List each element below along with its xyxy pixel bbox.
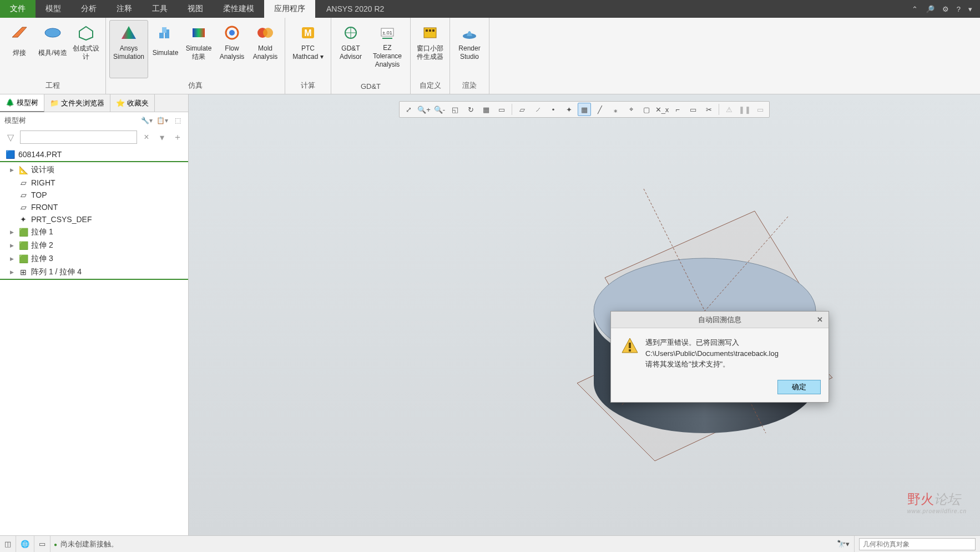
add-icon[interactable]: ＋ [171, 132, 184, 143]
search-icon[interactable]: 🔎 [926, 5, 934, 13]
expand-icon[interactable]: ▶ [10, 243, 16, 248]
tree-search-input[interactable] [20, 131, 137, 144]
help-icon[interactable]: ? [957, 5, 961, 13]
tree-item[interactable]: ▶🟩拉伸 1 [0, 225, 188, 239]
zoom-in-icon[interactable]: 🔍+ [417, 103, 431, 116]
tree-item[interactable]: ▶⊞阵列 1 / 拉伸 4 [0, 265, 188, 280]
tree-tool-2[interactable]: 📋▾ [156, 114, 168, 127]
tree-root[interactable]: 🟦 608144.PRT [0, 148, 188, 162]
stop-icon[interactable]: ▭ [754, 103, 767, 116]
extrude-icon: 🟩 [19, 241, 28, 250]
titlebar-right: ⌃ 🔎 ⚙ ? ▾ [912, 0, 980, 18]
menu-model[interactable]: 模型 [36, 0, 71, 18]
gdt-advisor-button[interactable]: GD&T Advisor [335, 20, 367, 80]
tree-item-label: PRT_CSYS_DEF [31, 215, 92, 224]
feature-icon-2[interactable]: ⌐ [671, 103, 684, 116]
status-icon-3[interactable]: ▭ [34, 536, 50, 552]
mold-button[interactable]: 模具/铸造 [37, 20, 69, 78]
binoculars-icon[interactable]: 🔭▾ [832, 536, 855, 552]
widget-builder-button[interactable]: 窗口小部件生成器 [414, 20, 446, 78]
dropdown-icon[interactable]: ▾ [968, 5, 972, 13]
point-icon[interactable]: ⁎ [609, 103, 622, 116]
simulate-results-icon [189, 24, 209, 42]
feature-icon-3[interactable]: ▭ [686, 103, 700, 116]
refit-icon[interactable]: ◱ [448, 103, 462, 116]
expand-icon[interactable]: ▶ [10, 269, 16, 275]
generative-button[interactable]: 创成式设计 [70, 20, 102, 78]
ez-tolerance-button[interactable]: ±.01 EZ Tolerance Analysis [368, 20, 407, 80]
weld-button[interactable]: 焊接 [3, 20, 36, 78]
mold-analysis-button[interactable]: Mold Analysis [249, 20, 281, 78]
saved-view-icon[interactable]: ▭ [495, 103, 508, 116]
menu-apps[interactable]: 应用程序 [264, 0, 315, 18]
svg-point-0 [45, 28, 60, 37]
menu-annotate[interactable]: 注释 [107, 0, 142, 18]
expand-icon[interactable]: ▶ [10, 229, 16, 235]
side-tab-modeltree[interactable]: 🌲模型树 [0, 94, 44, 112]
csys-toggle-icon[interactable]: ⌖ [624, 103, 638, 116]
status-icon-2[interactable]: 🌐 [16, 536, 34, 552]
clear-search-icon[interactable]: × [140, 132, 153, 142]
tree-tool-1[interactable]: 🔧▾ [140, 114, 153, 127]
tree-item[interactable]: ▶📐设计项 [0, 163, 188, 177]
plane-toggle-icon[interactable]: ▢ [640, 103, 653, 116]
menu-analysis[interactable]: 分析 [71, 0, 107, 18]
zoom-out-icon[interactable]: 🔍- [433, 103, 446, 116]
tree-item-label: 拉伸 2 [31, 240, 53, 250]
ribbon-group-custom: 窗口小部件生成器 自定义 [411, 18, 450, 94]
datum-csys-icon[interactable]: ✦ [562, 103, 575, 116]
design-icon: 📐 [19, 165, 28, 174]
menu-view[interactable]: 视图 [178, 0, 213, 18]
svg-rect-3 [162, 27, 166, 33]
tree-item[interactable]: ✦PRT_CSYS_DEF [0, 213, 188, 225]
settings-icon[interactable]: ⚙ [942, 5, 949, 13]
find-input[interactable] [859, 538, 976, 550]
warning-icon[interactable]: ⚠ [723, 103, 736, 116]
status-icon-1[interactable]: ◫ [0, 536, 16, 552]
menu-flex[interactable]: 柔性建模 [213, 0, 264, 18]
spin-icon[interactable]: ↻ [464, 103, 477, 116]
dialog-ok-button[interactable]: 确定 [777, 380, 821, 394]
zoom-fit-icon[interactable]: ⤢ [402, 103, 415, 116]
pause-icon[interactable]: ❚❚ [738, 103, 751, 116]
simulate-button[interactable]: Simulate [149, 20, 181, 78]
datum-plane-icon[interactable]: ▱ [516, 103, 529, 116]
ansys-simulation-button[interactable]: Ansys Simulation [109, 20, 148, 78]
generative-icon [76, 24, 96, 42]
simulate-results-button[interactable]: Simulate 结果 [183, 20, 215, 78]
filter-icon[interactable]: ▽ [4, 132, 17, 143]
flow-analysis-button[interactable]: Flow Analysis [216, 20, 248, 78]
display-style-icon[interactable]: ▦ [479, 103, 493, 116]
viewport[interactable]: PRT_CSYS_DEF ⤢ 🔍+ 🔍- ◱ ↻ ▦ ▭ ▱ ⟋ • ✦ ▦ ╱… [189, 94, 980, 535]
side-panel: 🌲模型树 📁文件夹浏览器 ⭐收藏夹 模型树 🔧▾ 📋▾ ⬚ ▽ × ▾ ＋ 🟦 … [0, 94, 189, 535]
tree-item[interactable]: ▶🟩拉伸 3 [0, 252, 188, 265]
group-label-simulation: 仿真 [109, 78, 281, 94]
collapse-ribbon-icon[interactable]: ⌃ [912, 5, 918, 13]
axis-icon[interactable]: ╱ [593, 103, 607, 116]
expand-icon[interactable]: ▶ [10, 256, 16, 262]
tree-item-label: TOP [31, 190, 47, 199]
mathcad-button[interactable]: M PTC Mathcad ▾ [289, 20, 327, 78]
traceback-dialog: 自动回溯信息 ✕ 遇到严重错误。已将回溯写入 C:\Users\Public\D… [610, 311, 829, 403]
dialog-close-icon[interactable]: ✕ [814, 314, 825, 325]
annotation-display-icon[interactable]: ▦ [578, 103, 591, 116]
svg-rect-16 [424, 28, 436, 38]
side-tab-folders[interactable]: 📁文件夹浏览器 [44, 94, 110, 112]
menu-file[interactable]: 文件 [0, 0, 36, 18]
feature-icon-1[interactable]: ✕_x [655, 103, 669, 116]
expand-icon[interactable]: ▶ [10, 167, 16, 173]
tree-item[interactable]: ▱RIGHT [0, 177, 188, 189]
svg-rect-1 [159, 33, 164, 38]
side-tab-favs[interactable]: ⭐收藏夹 [110, 94, 155, 112]
tree-item-label: 设计项 [31, 165, 54, 175]
tree-item[interactable]: ▱FRONT [0, 201, 188, 213]
datum-point-icon[interactable]: • [547, 103, 560, 116]
datum-axis-icon[interactable]: ⟋ [531, 103, 544, 116]
menu-tools[interactable]: 工具 [142, 0, 178, 18]
tree-item[interactable]: ▱TOP [0, 189, 188, 201]
feature-icon-4[interactable]: ✂ [702, 103, 715, 116]
tree-item[interactable]: ▶🟩拉伸 2 [0, 239, 188, 252]
tree-tool-3[interactable]: ⬚ [171, 114, 184, 127]
search-dropdown-icon[interactable]: ▾ [156, 132, 168, 143]
render-studio-button[interactable]: Render Studio [453, 20, 486, 78]
